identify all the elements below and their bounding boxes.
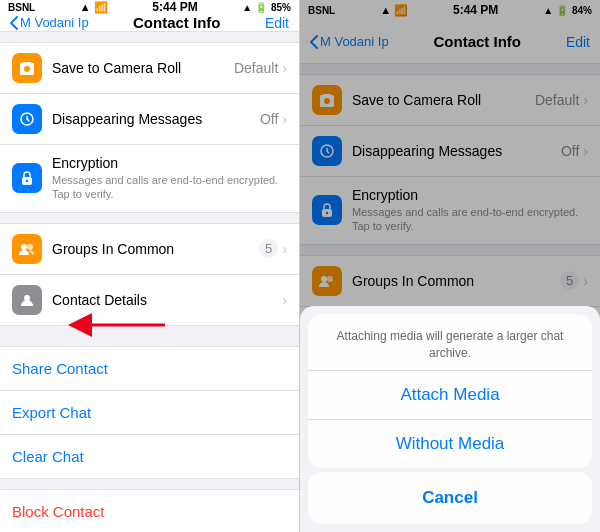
action-sheet: Attaching media will generate a larger c… <box>300 306 600 532</box>
svg-point-2 <box>26 180 28 182</box>
lock-icon <box>12 163 42 193</box>
action-sheet-message: Attaching media will generate a larger c… <box>308 314 592 370</box>
groups-in-common-row[interactable]: Groups In Common 5 › <box>0 224 299 275</box>
cancel-btn[interactable]: Cancel <box>308 472 592 524</box>
carrier-left: BSNL <box>8 2 35 13</box>
settings-section-1-left: Save to Camera Roll Default › Disappeari… <box>0 42 299 213</box>
wifi-icon-left: ▲ 📶 <box>80 1 108 14</box>
left-panel: BSNL ▲ 📶 5:44 PM ▲ 🔋 85% M Vodani Ip Con… <box>0 0 300 532</box>
groups-icon <box>12 234 42 264</box>
attach-media-btn[interactable]: Attach Media <box>308 371 592 420</box>
encryption-label: Encryption Messages and calls are end-to… <box>52 155 287 202</box>
arrow-icon: › <box>282 111 287 127</box>
without-media-btn[interactable]: Without Media <box>308 420 592 468</box>
timer-icon <box>12 104 42 134</box>
clear-chat-btn[interactable]: Clear Chat <box>0 435 299 478</box>
block-contact-btn-left[interactable]: Block Contact <box>0 490 299 532</box>
arrow-icon: › <box>282 241 287 257</box>
actions-section-left: Share Contact Export Chat Clear Chat Blo… <box>0 336 299 532</box>
right-panel: BSNL ▲ 📶 5:44 PM ▲ 🔋 84% M Vodani Ip Con… <box>300 0 600 532</box>
disappearing-messages-row[interactable]: Disappearing Messages Off › <box>0 94 299 145</box>
svg-point-3 <box>21 244 27 250</box>
edit-button-left[interactable]: Edit <box>265 15 289 31</box>
danger-section-left: Block Contact Report Contact <box>0 489 299 532</box>
settings-section-2-left: Groups In Common 5 › Contact Details › <box>0 223 299 326</box>
arrow-icon: › <box>282 60 287 76</box>
contact-icon <box>12 285 42 315</box>
arrow-icon: › <box>282 292 287 308</box>
modal-overlay: Attaching media will generate a larger c… <box>300 0 600 532</box>
disappearing-label: Disappearing Messages <box>52 111 260 127</box>
cancel-group: Cancel <box>308 472 592 524</box>
camera-icon <box>12 53 42 83</box>
back-button-left[interactable]: M Vodani Ip <box>10 15 89 30</box>
time-left: 5:44 PM <box>152 0 197 14</box>
svg-point-4 <box>27 244 33 250</box>
share-contact-btn[interactable]: Share Contact <box>0 347 299 391</box>
contact-details-row[interactable]: Contact Details › <box>0 275 299 325</box>
status-bar-left: BSNL ▲ 📶 5:44 PM ▲ 🔋 85% <box>0 0 299 14</box>
action-sheet-group: Attaching media will generate a larger c… <box>308 314 592 468</box>
encryption-row[interactable]: Encryption Messages and calls are end-to… <box>0 145 299 212</box>
nav-title-left: Contact Info <box>133 14 221 31</box>
export-chat-btn[interactable]: Export Chat <box>0 391 299 435</box>
nav-bar-left: M Vodani Ip Contact Info Edit <box>0 14 299 32</box>
save-to-camera-roll-row[interactable]: Save to Camera Roll Default › <box>0 43 299 94</box>
contact-details-label: Contact Details <box>52 292 282 308</box>
groups-label: Groups In Common <box>52 241 259 257</box>
save-camera-roll-label: Save to Camera Roll <box>52 60 234 76</box>
share-export-section: Share Contact Export Chat Clear Chat <box>0 346 299 479</box>
battery-signal-left: ▲ 🔋 85% <box>242 2 291 13</box>
